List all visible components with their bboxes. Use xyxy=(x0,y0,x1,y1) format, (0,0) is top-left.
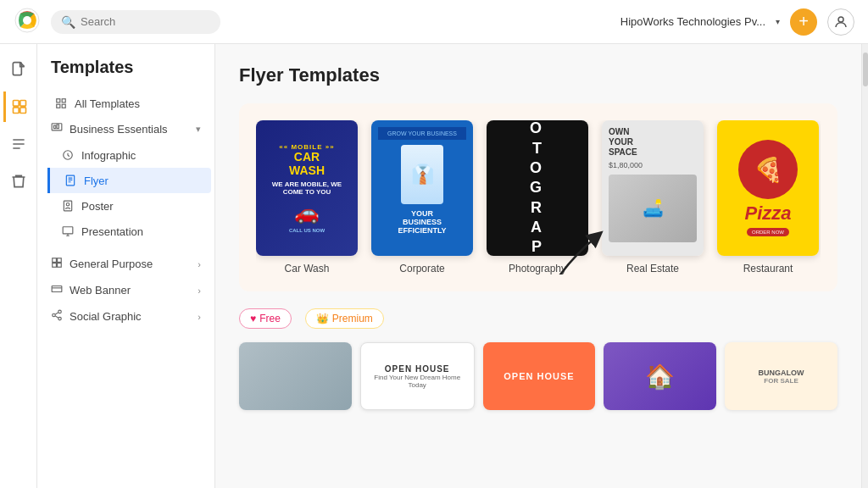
legend: ♥ Free 👑 Premium xyxy=(239,308,837,329)
navbar: 🔍 HipoWorks Technologies Pv... ▾ + xyxy=(0,0,868,44)
bottom-card-5[interactable]: BUNGALOW FOR SALE xyxy=(725,342,837,410)
iconbar-text[interactable] xyxy=(3,129,34,159)
bottom-card-3[interactable]: OPEN HOUSE xyxy=(483,342,596,410)
sidebar-item-social-graphic[interactable]: Social Graphic › xyxy=(37,303,214,330)
svg-rect-11 xyxy=(62,104,65,108)
business-essentials-label: Business Essentials xyxy=(70,123,168,136)
user-icon[interactable] xyxy=(827,8,854,36)
template-card-corporate[interactable]: GROW YOUR BUSINESS 👔 YOURBUSINESSEFFICIE… xyxy=(371,120,473,274)
template-label-car-wash: Car Wash xyxy=(285,263,330,274)
infographic-icon xyxy=(61,148,75,162)
chevron-down-icon[interactable]: ▾ xyxy=(776,17,780,26)
all-templates-icon xyxy=(54,97,68,110)
template-img-corporate: GROW YOUR BUSINESS 👔 YOURBUSINESSEFFICIE… xyxy=(371,120,473,256)
template-card-photography[interactable]: PHOTOGRAPHY Photography xyxy=(487,120,588,274)
flyer-icon xyxy=(64,174,77,187)
template-card-real-estate[interactable]: OWNYOURSPACE $1,80,000 🛋️ Real Estate xyxy=(602,120,704,274)
bottom-card-2-line1: OPEN HOUSE xyxy=(385,364,450,374)
templates-section: «« MOBILE »» CARWASH WE ARE MOBILE, WE C… xyxy=(239,103,837,291)
poster-label: Poster xyxy=(81,200,114,213)
sidebar: Templates All Templates Business Essenti… xyxy=(37,44,215,488)
template-img-car-wash: «« MOBILE »» CARWASH WE ARE MOBILE, WE C… xyxy=(256,120,358,256)
template-img-photography: PHOTOGRAPHY xyxy=(487,120,588,256)
svg-rect-23 xyxy=(58,263,62,268)
search-input[interactable] xyxy=(81,15,199,28)
legend-premium: 👑 Premium xyxy=(305,308,384,329)
svg-point-1 xyxy=(23,16,31,25)
scrollbar-thumb[interactable] xyxy=(863,53,868,86)
sidebar-item-general-purpose[interactable]: General Purpose › xyxy=(37,251,214,277)
template-label-real-estate: Real Estate xyxy=(626,263,679,274)
free-label: Free xyxy=(259,313,281,324)
svg-point-2 xyxy=(838,17,843,22)
template-card-car-wash[interactable]: «« MOBILE »» CARWASH WE ARE MOBILE, WE C… xyxy=(256,120,358,274)
bottom-card-1[interactable] xyxy=(239,342,352,410)
bottom-card-5-line1: BUNGALOW xyxy=(759,369,804,377)
legend-free: ♥ Free xyxy=(239,308,292,329)
bottom-grid: OPEN HOUSE Find Your New Dream Home Toda… xyxy=(239,342,837,410)
iconbar-trash[interactable] xyxy=(3,166,34,197)
svg-rect-8 xyxy=(57,99,60,103)
bottom-card-4-icon: 🏠 xyxy=(645,363,675,391)
template-card-restaurant[interactable]: 🍕 Pizza ORDER NOW Restaurant xyxy=(717,120,819,274)
poster-icon xyxy=(61,199,75,213)
page-title: Flyer Templates xyxy=(239,64,837,86)
svg-rect-9 xyxy=(62,99,65,103)
svg-rect-7 xyxy=(20,108,26,114)
svg-rect-6 xyxy=(14,108,19,114)
infographic-label: Infographic xyxy=(81,149,136,162)
svg-point-27 xyxy=(58,317,62,320)
bottom-card-5-line2: FOR SALE xyxy=(764,377,798,385)
sidebar-item-business-essentials[interactable]: Business Essentials ▾ xyxy=(37,116,214,142)
flyer-label: Flyer xyxy=(84,175,108,187)
web-banner-icon xyxy=(51,283,63,297)
main-layout: Templates All Templates Business Essenti… xyxy=(0,44,868,488)
scrollbar[interactable] xyxy=(861,44,868,488)
template-img-restaurant: 🍕 Pizza ORDER NOW xyxy=(717,120,819,256)
template-grid: «« MOBILE »» CARWASH WE ARE MOBILE, WE C… xyxy=(256,120,821,274)
general-purpose-icon xyxy=(51,257,63,271)
web-banner-label: Web Banner xyxy=(70,284,131,297)
svg-point-25 xyxy=(58,310,62,313)
svg-point-26 xyxy=(53,313,56,317)
presentation-icon xyxy=(61,225,75,238)
presentation-label: Presentation xyxy=(81,225,143,238)
social-graphic-label: Social Graphic xyxy=(70,310,142,323)
bottom-card-4[interactable]: 🏠 xyxy=(604,342,716,410)
bottom-card-2[interactable]: OPEN HOUSE Find Your New Dream Home Toda… xyxy=(360,342,475,410)
svg-rect-19 xyxy=(63,227,73,234)
svg-rect-24 xyxy=(52,286,62,292)
sidebar-item-presentation[interactable]: Presentation xyxy=(47,219,211,244)
sidebar-item-poster[interactable]: Poster xyxy=(47,193,211,219)
svg-rect-10 xyxy=(57,104,60,108)
social-graphic-icon xyxy=(51,309,63,324)
template-label-corporate: Corporate xyxy=(399,263,444,274)
navbar-right: HipoWorks Technologies Pv... ▾ + xyxy=(620,8,854,36)
plus-button[interactable]: + xyxy=(790,8,817,36)
web-banner-chevron: › xyxy=(198,286,201,296)
business-essentials-icon xyxy=(51,122,63,136)
company-name: HipoWorks Technologies Pv... xyxy=(620,15,765,28)
sidebar-item-infographic[interactable]: Infographic xyxy=(47,142,211,168)
svg-rect-4 xyxy=(14,101,19,107)
iconbar-file[interactable] xyxy=(3,54,34,85)
logo-icon[interactable] xyxy=(14,7,41,37)
bottom-card-3-line1: OPEN HOUSE xyxy=(504,371,574,381)
sidebar-item-flyer[interactable]: Flyer xyxy=(47,168,211,193)
template-label-restaurant: Restaurant xyxy=(743,263,793,274)
all-templates-label: All Templates xyxy=(75,97,140,110)
general-purpose-chevron: › xyxy=(198,259,201,269)
sidebar-item-web-banner[interactable]: Web Banner › xyxy=(37,277,214,303)
search-icon: 🔍 xyxy=(61,15,75,29)
content-area: Flyer Templates «« MOBILE »» CARWASH WE … xyxy=(215,44,861,488)
premium-icon: 👑 xyxy=(316,313,329,324)
iconbar-templates[interactable] xyxy=(3,92,34,122)
sidebar-item-all-templates[interactable]: All Templates xyxy=(41,91,211,116)
svg-point-18 xyxy=(66,203,70,207)
search-bar[interactable]: 🔍 xyxy=(51,10,220,34)
svg-rect-20 xyxy=(53,258,57,263)
bottom-card-2-line2: Find Your New Dream Home Today xyxy=(361,374,474,389)
svg-rect-14 xyxy=(57,125,58,129)
svg-rect-5 xyxy=(20,101,26,107)
icon-bar xyxy=(0,44,37,488)
